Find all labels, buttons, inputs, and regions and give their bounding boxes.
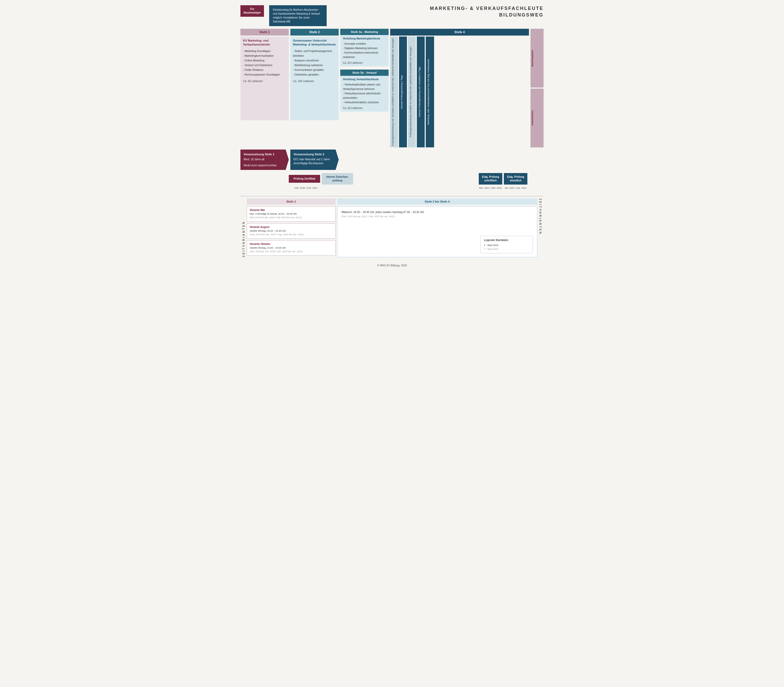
direkteinstieg-text: Direkteinstieg für MarKom-Absolventen un… <box>273 8 320 23</box>
stufe3b: Stufe 3b - Verkauf Vertiefung Verkaufsfa… <box>340 69 389 112</box>
variante-aug-dates: (Aug. 2019 bis Jan. 2020 / Aug. 2020 bis… <box>249 233 303 236</box>
date-cert: Feb. 2020 / Feb. 2021 <box>290 187 322 189</box>
date-eidg-m: Apr. 2021 / Apr. 2022 <box>504 187 527 189</box>
title-line2: BILDUNGSWEG <box>430 12 544 18</box>
section-divider <box>240 196 544 196</box>
list-item: Analysen vornehmen <box>293 58 336 63</box>
voraussetzung-stufe2: Voraussetzung Stufe 2 EFZ oder Maturität… <box>290 150 339 170</box>
zeitvarianten-label-right: ZEITVARIANTEN <box>537 199 544 257</box>
stufe3a-header: Stufe 3a - Marketing <box>340 29 389 35</box>
variante-august: Variante August Jeweils Montag, 18.20 – … <box>247 223 336 239</box>
stufe1-title: KV Marketing- und Verkaufsassistentin <box>243 39 286 47</box>
pruefung-row: Prüfung Zertifikat Interne Zwischen- prü… <box>240 173 544 186</box>
stufe1-column: Stufe 1 KV Marketing- und Verkaufsassist… <box>240 29 289 148</box>
pruef-simulation-muendlich: Prüfungsvorbereitung mündlich im Unterri… <box>408 36 416 148</box>
date-eidg-s: Mar. 2021 / Mar. 2022 <box>479 187 502 189</box>
list-item: Distribution gestalten <box>293 72 336 77</box>
variante-okt-dates: (Okt. 2019 bis Jan. 2020 / Okt. 2020 bis… <box>249 250 303 253</box>
stufe3b-list: Verkaufsaktivitäten planen und Verkaufsp… <box>343 82 386 105</box>
zeit-stufe1: Stufe 1 Variante Mai Max. 3 Montage im M… <box>247 199 336 257</box>
variante-mai-text: Max. 3 Montage im Monat, 18.20 – 20.45 U… <box>249 212 333 219</box>
intensiv-training-2: Intensiv-Prüfungstraining und -simulatio… <box>417 36 425 148</box>
voraus1-title: Voraussetzung Stufe 1 <box>244 152 285 156</box>
list-item: Rechnungswesen Grundlagen <box>243 72 286 77</box>
legende-box: Legende Startdaten T : Start 2019 T : St… <box>481 236 533 253</box>
zeitvarianten-section: ZEITVARIANTEN Stufe 1 Variante Mai Max. … <box>235 199 549 263</box>
list-item: Verkauf und Distribution <box>243 63 286 68</box>
list-item: Verkaufsaktivitäten planen und Verkaufsp… <box>343 82 386 91</box>
stufe24-text: Mittwoch, 18.20 – 20.45 Uhr, jeden zweit… <box>341 210 533 219</box>
voraus1-text2: Modul auch separat buchbar <box>244 163 285 167</box>
list-item: Digitales Marketing betreuen <box>343 46 386 51</box>
variante-mai-dates: (Mai 2019 bis Jan. 2020 / Mai 2020 bis J… <box>249 216 302 219</box>
stufe3a-content: Vertiefung Marketingfachleute Konzepte e… <box>340 35 389 66</box>
stufe3a-lektionen: Ca. 60 Lektionen <box>343 61 386 64</box>
voraus1-text1: Mind. 18 Jahre alt <box>244 157 285 161</box>
variante-mai: Variante Mai Max. 3 Montage im Monat, 18… <box>247 206 336 222</box>
footer: © WKS KV Bildung, 2018 <box>235 263 549 271</box>
zeit-stufe24-content: Mittwoch, 18.20 – 20.45 Uhr, jeden zweit… <box>337 206 537 257</box>
stufe3a: Stufe 3a - Marketing Vertiefung Marketin… <box>340 29 389 66</box>
variante-mai-title: Variante Mai <box>249 209 333 212</box>
variante-aug-title: Variante August <box>249 225 333 228</box>
header: Für Neueinsteiger Direkteinstieg für Mar… <box>235 0 549 29</box>
stufe3b-content: Vertiefung Verkaufsfachleute Verkaufsakt… <box>340 76 389 112</box>
page-title: MARKETING- & VERKAUFSFACHLEUTE BILDUNGSW… <box>430 5 544 18</box>
stufe3b-subtitle: Vertiefung Verkaufsfachleute <box>343 78 386 81</box>
voraus2-title: Voraussetzung Stufe 2 <box>294 152 336 156</box>
list-item: Marketing Grundlagen <box>243 49 286 54</box>
list-item: Verkaufsinteraktion umsetzen <box>343 100 386 105</box>
stufe1-lektionen: Ca. 50 Lektionen <box>243 80 286 82</box>
zeit-stufe24: Stufe 2 bis Stufe 4 Mittwoch, 18.20 – 20… <box>337 199 537 257</box>
dates-row: Feb. 2020 / Feb. 2021 Mar. 2021 / Mar. 2… <box>240 186 544 191</box>
legende-title: Legende Startdaten <box>484 238 530 242</box>
stufe3b-header: Stufe 3b - Verkauf <box>340 69 389 76</box>
stages-row: Stufe 1 KV Marketing- und Verkaufsassist… <box>240 29 544 148</box>
list-item: Verkaufsprozesse administrativ sicherste… <box>343 91 386 100</box>
stufe2-lektionen: Ca. 160 Lektionen <box>293 80 336 82</box>
neueinsteiger-box: Für Neueinsteiger <box>240 5 264 17</box>
stufe2-list: Selbst- und Projektmanagement betreiben … <box>293 49 336 77</box>
stufe2-column: Stufe 2 Gemeinsamer Unterricht Marketing… <box>290 29 339 148</box>
stufe3a-list: Konzepte erstellen Digitales Marketing b… <box>343 41 386 59</box>
zeit-stufe24-header: Stufe 2 bis Stufe 4 <box>337 199 537 205</box>
stufe4-header: Stufe 4 <box>390 29 529 36</box>
list-item: Marktleistung realisieren <box>293 63 336 68</box>
voraus2-text: EFZ oder Maturität und 2 Jahre einschläg… <box>294 157 336 165</box>
stufe3b-lektionen: Ca. 60 Lektionen <box>343 107 386 110</box>
zeitvarianten-content: Stufe 1 Variante Mai Max. 3 Montage im M… <box>247 199 537 257</box>
header-left: Für Neueinsteiger Direkteinstieg für Mar… <box>240 5 430 26</box>
list-item: Marketingkommunikation <box>243 54 286 58</box>
right-labels: Marketingleiter Verkaufsleiter <box>530 29 544 148</box>
zeit-stufe1-header: Stufe 1 <box>247 199 336 205</box>
stufe1-list: Marketing Grundlagen Marketingkommunikat… <box>243 49 286 77</box>
right-label-verkaufsleiter: Verkaufsleiter <box>530 89 544 148</box>
direkteinstieg-box: Direkteinstieg für MarKom-Absolventen un… <box>269 5 327 26</box>
list-item: Online Marketing <box>243 58 286 63</box>
variante-okt-title: Variante Oktober <box>249 243 333 245</box>
right-label-marketingleiter: Marketingleiter <box>530 29 544 87</box>
footer-text: © WKS KV Bildung, 2018 <box>377 264 407 267</box>
stufe2-title: Gemeinsamer Unterricht Marketing- & Verk… <box>293 39 336 47</box>
neueinsteiger-label: Für Neueinsteiger <box>244 8 261 14</box>
legende-t2020: T : Start 2020 <box>484 247 530 251</box>
stufe1-header: Stufe 1 <box>240 29 289 36</box>
voraussetzung-row: Voraussetzung Stufe 1 Mind. 18 Jahre alt… <box>240 150 544 170</box>
interne-zwischenpruefung: Interne Zwischen- prüfung <box>322 173 353 184</box>
eidg-pruefung-muendlich: Eidg. Prüfung mündlich <box>504 173 527 184</box>
list-item: Kommunikation gestalten <box>293 68 336 72</box>
stufe1-content: KV Marketing- und Verkaufsassistentin Ma… <box>240 36 289 120</box>
eidg-pruefung-schriftlich: Eidg. Prüfung schriftlich <box>479 173 502 184</box>
list-item: Selbst- und Projektmanagement betreiben <box>293 49 336 58</box>
stufe3a-subtitle: Vertiefung Marketingfachleute <box>343 37 386 40</box>
stufe2-header: Stufe 2 <box>290 29 339 36</box>
stufe3-column: Stufe 3a - Marketing Vertiefung Marketin… <box>340 29 389 148</box>
variante-aug-text: Jeweils Montag, 18.20 – 20.45 Uhr (Aug. … <box>249 229 333 236</box>
stufe4-inner: Prüfungsvorbereitung und -simulation sch… <box>390 36 529 148</box>
zeitvarianten-label-left: ZEITVARIANTEN <box>240 199 247 257</box>
pruef-zertifikat: Prüfung Zertifikat <box>289 175 320 183</box>
stufe4-column: Stufe 4 Prüfungsvorbereitung und -simula… <box>390 29 529 148</box>
diagram: Stufe 1 KV Marketing- und Verkaufsassist… <box>235 29 549 194</box>
list-item: Konzepte erstellen <box>343 41 386 46</box>
pruef-simulation-schriftlich: Prüfungsvorbereitung und -simulation sch… <box>390 36 398 148</box>
